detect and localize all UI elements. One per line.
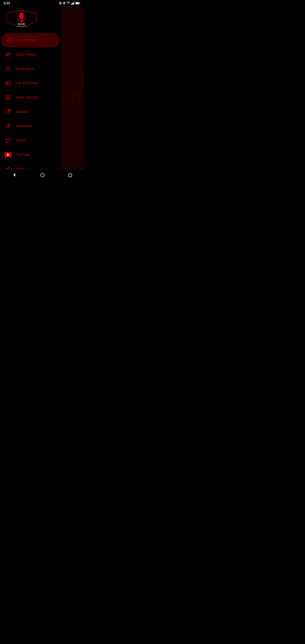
- menu-item-song-history[interactable]: Song History: [0, 48, 61, 62]
- facebook-icon: [4, 122, 12, 130]
- svg-point-28: [6, 82, 8, 84]
- svg-rect-46: [69, 174, 72, 177]
- website-icon: [4, 108, 12, 116]
- home-button[interactable]: [35, 171, 50, 180]
- svg-rect-15: [19, 12, 24, 19]
- svg-rect-32: [8, 96, 10, 97]
- youtube-icon: [4, 151, 12, 159]
- svg-rect-33: [6, 98, 8, 100]
- svg-rect-34: [8, 98, 10, 100]
- share-icon: [4, 165, 12, 169]
- bell-icon: [4, 65, 12, 73]
- svg-point-45: [41, 173, 44, 177]
- svg-text:KCCR: KCCR: [18, 23, 25, 26]
- menu-item-song-alerts[interactable]: Song Alerts: [0, 62, 61, 76]
- info-contact-label: Info & Contact: [16, 81, 38, 85]
- svg-rect-4: [72, 3, 72, 5]
- status-time: 3:23: [4, 1, 10, 5]
- youtube-label: YouTube: [16, 153, 30, 157]
- recents-button[interactable]: [63, 171, 77, 180]
- drawer-logo-area: KCCR 1240 AM • 98.9 FM: [0, 6, 61, 33]
- svg-marker-21: [9, 39, 11, 41]
- kccr-logo-svg: KCCR 1240 AM • 98.9 FM: [4, 10, 39, 28]
- facebook-label: Facebook: [16, 124, 31, 128]
- kccr-logo: KCCR 1240 AM • 98.9 FM: [4, 10, 39, 28]
- live-stream-label: Live Stream: [17, 38, 36, 42]
- status-icons: [59, 2, 80, 5]
- record-icon: [59, 2, 62, 5]
- website-label: Website: [16, 110, 28, 114]
- contact-icon: [4, 79, 12, 87]
- other-stations-label: Other Stations: [16, 96, 38, 100]
- svg-rect-9: [76, 2, 79, 4]
- play-icon: [5, 36, 14, 44]
- svg-rect-5: [73, 2, 73, 5]
- svg-line-41: [8, 168, 9, 169]
- menu-item-other-stations[interactable]: Other Stations: [0, 90, 61, 105]
- signal-icon: [71, 2, 74, 5]
- wifi-icon: [66, 2, 70, 4]
- song-history-icon: [4, 50, 12, 58]
- menu-item-youtube[interactable]: YouTube: [0, 148, 61, 162]
- battery-icon: [75, 2, 80, 4]
- back-button[interactable]: [7, 171, 22, 180]
- twitter-label: Twitter: [16, 138, 26, 142]
- grid-icon: [4, 94, 12, 102]
- song-alerts-label: Song Alerts: [16, 67, 34, 71]
- svg-rect-31: [6, 96, 8, 97]
- svg-point-2: [64, 2, 64, 3]
- navigation-drawer: KCCR 1240 AM • 98.9 FM Live Stream: [0, 6, 61, 169]
- svg-rect-6: [74, 2, 74, 5]
- menu-item-twitter[interactable]: Twitter: [0, 133, 61, 148]
- svg-rect-17: [19, 22, 24, 22]
- svg-marker-44: [14, 173, 15, 177]
- nav-bar: [0, 169, 84, 182]
- menu-item-share[interactable]: Share: [0, 162, 61, 169]
- menu-list: Live Stream Song History S: [0, 33, 61, 169]
- svg-point-37: [9, 167, 10, 168]
- menu-item-facebook[interactable]: Facebook: [0, 119, 61, 133]
- location-icon: [63, 2, 66, 5]
- menu-item-website[interactable]: Website: [0, 105, 61, 119]
- twitter-icon: [4, 136, 12, 144]
- svg-rect-8: [80, 3, 80, 4]
- song-history-label: Song History: [16, 52, 36, 56]
- svg-point-1: [60, 3, 61, 4]
- share-label: Share: [16, 167, 25, 169]
- menu-item-info-contact[interactable]: Info & Contact: [0, 76, 61, 90]
- svg-text:1240 AM • 98.9 FM: 1240 AM • 98.9 FM: [16, 26, 27, 27]
- status-bar: 3:23: [0, 0, 84, 6]
- menu-item-live-stream[interactable]: Live Stream: [2, 33, 60, 48]
- svg-rect-3: [71, 4, 72, 5]
